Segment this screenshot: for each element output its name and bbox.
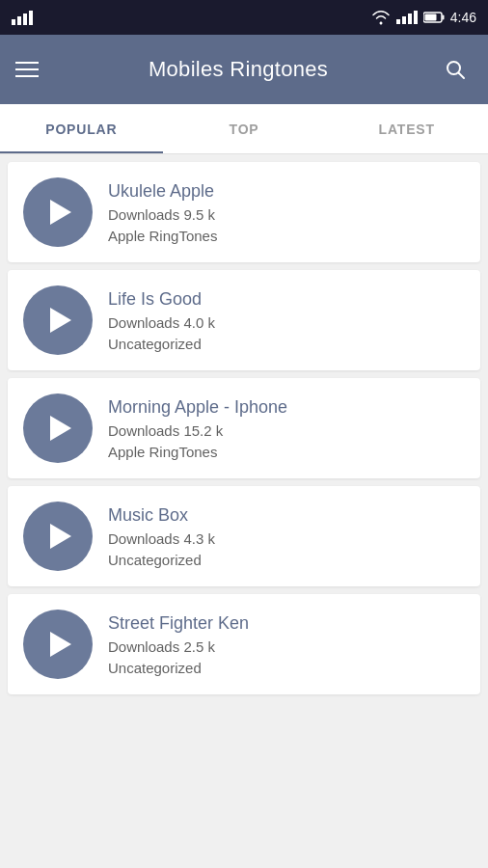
ringtone-category: Apple RingTones — [108, 444, 287, 460]
tab-popular[interactable]: POPULAR — [0, 104, 163, 153]
ringtone-item: Street Fighter Ken Downloads 2.5 k Uncat… — [8, 594, 480, 694]
svg-rect-2 — [424, 14, 436, 21]
ringtone-info: Life Is Good Downloads 4.0 k Uncategoriz… — [108, 289, 215, 352]
ringtone-title: Ukulele Apple — [108, 181, 217, 202]
play-button[interactable] — [23, 285, 93, 355]
ringtone-title: Morning Apple - Iphone — [108, 397, 287, 418]
ringtone-downloads: Downloads 4.3 k — [108, 530, 215, 547]
status-bar: 4:46 — [0, 0, 488, 35]
play-button[interactable] — [23, 610, 93, 679]
ringtone-info: Ukulele Apple Downloads 9.5 k Apple Ring… — [108, 181, 217, 244]
battery-icon — [423, 12, 445, 23]
search-button[interactable] — [438, 52, 473, 87]
search-icon — [444, 58, 467, 81]
ringtone-category: Uncategorized — [108, 336, 215, 352]
ringtone-item: Ukulele Apple Downloads 9.5 k Apple Ring… — [8, 162, 480, 262]
ringtone-category: Apple RingTones — [108, 228, 217, 244]
ringtone-category: Uncategorized — [108, 552, 215, 568]
ringtone-downloads: Downloads 4.0 k — [108, 314, 215, 331]
ringtone-info: Morning Apple - Iphone Downloads 15.2 k … — [108, 397, 287, 460]
ringtone-info: Street Fighter Ken Downloads 2.5 k Uncat… — [108, 613, 249, 676]
svg-rect-1 — [442, 15, 444, 20]
play-triangle-icon — [50, 308, 71, 333]
status-bar-left — [12, 11, 33, 25]
signal-bars-icon — [12, 11, 33, 25]
ringtone-downloads: Downloads 9.5 k — [108, 206, 217, 223]
tabs: POPULAR TOP LATEST — [0, 104, 488, 154]
ringtone-item: Life Is Good Downloads 4.0 k Uncategoriz… — [8, 270, 480, 370]
ringtone-title: Street Fighter Ken — [108, 613, 249, 634]
wifi-icon — [371, 10, 391, 25]
ringtone-category: Uncategorized — [108, 660, 249, 676]
play-button[interactable] — [23, 393, 93, 463]
clock: 4:46 — [450, 10, 476, 25]
play-triangle-icon — [50, 632, 71, 657]
ringtone-info: Music Box Downloads 4.3 k Uncategorized — [108, 505, 215, 568]
ringtone-title: Life Is Good — [108, 289, 215, 310]
app-title: Mobiles Ringtones — [149, 57, 328, 82]
ringtone-item: Music Box Downloads 4.3 k Uncategorized — [8, 486, 480, 586]
play-triangle-icon — [50, 200, 71, 225]
tab-top[interactable]: TOP — [163, 104, 326, 153]
play-triangle-icon — [50, 524, 71, 549]
ringtone-item: Morning Apple - Iphone Downloads 15.2 k … — [8, 378, 480, 478]
mobile-signal-icon — [396, 11, 418, 24]
ringtone-downloads: Downloads 2.5 k — [108, 638, 249, 655]
play-triangle-icon — [50, 416, 71, 441]
menu-button[interactable] — [15, 62, 39, 77]
ringtone-downloads: Downloads 15.2 k — [108, 422, 287, 439]
ringtone-list: Ukulele Apple Downloads 9.5 k Apple Ring… — [0, 154, 488, 868]
ringtone-title: Music Box — [108, 505, 215, 526]
svg-line-4 — [459, 73, 465, 79]
play-button[interactable] — [23, 502, 93, 571]
tab-latest[interactable]: LATEST — [325, 104, 488, 153]
app-bar: Mobiles Ringtones — [0, 35, 488, 104]
status-bar-right: 4:46 — [371, 10, 476, 25]
play-button[interactable] — [23, 177, 93, 247]
